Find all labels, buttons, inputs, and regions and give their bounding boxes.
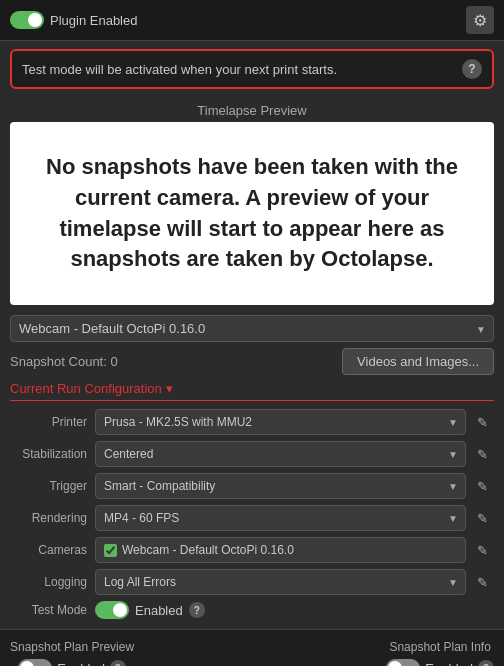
snapshot-info-help-icon[interactable]: ? — [478, 660, 494, 666]
snapshot-plan-help-icon[interactable]: ? — [110, 660, 126, 666]
stabilization-select[interactable]: Centered — [95, 441, 466, 467]
trigger-edit-icon[interactable]: ✎ — [470, 474, 494, 498]
config-label-trigger: Trigger — [10, 479, 95, 493]
snapshot-plan-toggle-label: Enabled — [57, 661, 105, 666]
config-header[interactable]: Current Run Configuration ▾ — [10, 381, 494, 401]
info-help-icon[interactable]: ? — [462, 59, 482, 79]
webcam-row: Webcam - Default OctoPi 0.16.0 — [10, 315, 494, 342]
info-box: Test mode will be activated when your ne… — [10, 49, 494, 89]
printer-edit-icon[interactable]: ✎ — [470, 410, 494, 434]
snapshot-plan-toggle[interactable] — [18, 659, 52, 666]
config-label-logging: Logging — [10, 575, 95, 589]
config-row-rendering: Rendering MP4 - 60 FPS ✎ — [10, 505, 494, 531]
snapshot-info-toggle[interactable] — [386, 659, 420, 666]
timelapse-title: Timelapse Preview — [0, 97, 504, 122]
top-bar: Plugin Enabled ⚙ — [0, 0, 504, 41]
plugin-enabled-label: Plugin Enabled — [50, 13, 137, 28]
cameras-edit-icon[interactable]: ✎ — [470, 538, 494, 562]
info-box-text: Test mode will be activated when your ne… — [22, 62, 337, 77]
config-row-cameras: Cameras Webcam - Default OctoPi 0.16.0 ✎ — [10, 537, 494, 563]
test-mode-value: Enabled ? — [95, 601, 205, 619]
timelapse-preview-box: No snapshots have been taken with the cu… — [10, 122, 494, 305]
logging-select[interactable]: Log All Errors — [95, 569, 466, 595]
config-label-printer: Printer — [10, 415, 95, 429]
test-mode-label: Enabled — [135, 603, 183, 618]
test-mode-row: Test Mode Enabled ? — [10, 601, 494, 619]
camera-checkbox[interactable] — [104, 544, 117, 557]
snapshot-count-label: Snapshot Count: 0 — [10, 354, 118, 369]
config-row-logging: Logging Log All Errors ✎ — [10, 569, 494, 595]
config-row-printer: Printer Prusa - MK2.5S with MMU2 ✎ — [10, 409, 494, 435]
gear-icon: ⚙ — [473, 11, 487, 30]
snapshot-row: Snapshot Count: 0 Videos and Images... — [10, 348, 494, 375]
trigger-select-wrapper: Smart - Compatibility — [95, 473, 466, 499]
gear-button[interactable]: ⚙ — [466, 6, 494, 34]
webcam-select[interactable]: Webcam - Default OctoPi 0.16.0 — [10, 315, 494, 342]
test-mode-help-icon[interactable]: ? — [189, 602, 205, 618]
camera-name: Webcam - Default OctoPi 0.16.0 — [122, 543, 294, 557]
config-label-cameras: Cameras — [10, 543, 95, 557]
trigger-select[interactable]: Smart - Compatibility — [95, 473, 466, 499]
bottom-section: Snapshot Plan Preview Enabled ? Snapshot… — [0, 629, 504, 666]
snapshot-plan-preview-title: Snapshot Plan Preview — [10, 640, 134, 654]
snapshot-plan-preview-col: Snapshot Plan Preview Enabled ? — [10, 640, 134, 666]
snapshot-plan-toggle-row: Enabled ? — [18, 659, 126, 666]
config-row-trigger: Trigger Smart - Compatibility ✎ — [10, 473, 494, 499]
snapshot-plan-info-title: Snapshot Plan Info — [389, 640, 490, 654]
plugin-enabled-toggle[interactable] — [10, 11, 44, 29]
config-row-stabilization: Stabilization Centered ✎ — [10, 441, 494, 467]
timelapse-preview-text: No snapshots have been taken with the cu… — [46, 154, 458, 271]
printer-select-wrapper: Prusa - MK2.5S with MMU2 — [95, 409, 466, 435]
config-label-testmode: Test Mode — [10, 603, 95, 617]
rendering-edit-icon[interactable]: ✎ — [470, 506, 494, 530]
rendering-select[interactable]: MP4 - 60 FPS — [95, 505, 466, 531]
snapshot-plan-info-col: Snapshot Plan Info Enabled ? — [386, 640, 494, 666]
snapshot-info-toggle-row: Enabled ? — [386, 659, 494, 666]
config-label-rendering: Rendering — [10, 511, 95, 525]
snapshot-info-toggle-label: Enabled — [425, 661, 473, 666]
plugin-enabled-wrap: Plugin Enabled — [10, 11, 137, 29]
controls-section: Webcam - Default OctoPi 0.16.0 Snapshot … — [0, 315, 504, 619]
config-header-label: Current Run Configuration — [10, 381, 162, 396]
logging-select-wrapper: Log All Errors — [95, 569, 466, 595]
printer-select[interactable]: Prusa - MK2.5S with MMU2 — [95, 409, 466, 435]
rendering-select-wrapper: MP4 - 60 FPS — [95, 505, 466, 531]
stabilization-select-wrapper: Centered — [95, 441, 466, 467]
webcam-select-wrapper: Webcam - Default OctoPi 0.16.0 — [10, 315, 494, 342]
stabilization-edit-icon[interactable]: ✎ — [470, 442, 494, 466]
config-chevron-icon: ▾ — [166, 381, 173, 396]
videos-images-button[interactable]: Videos and Images... — [342, 348, 494, 375]
config-label-stabilization: Stabilization — [10, 447, 95, 461]
logging-edit-icon[interactable]: ✎ — [470, 570, 494, 594]
test-mode-toggle[interactable] — [95, 601, 129, 619]
cameras-value: Webcam - Default OctoPi 0.16.0 — [95, 537, 466, 563]
